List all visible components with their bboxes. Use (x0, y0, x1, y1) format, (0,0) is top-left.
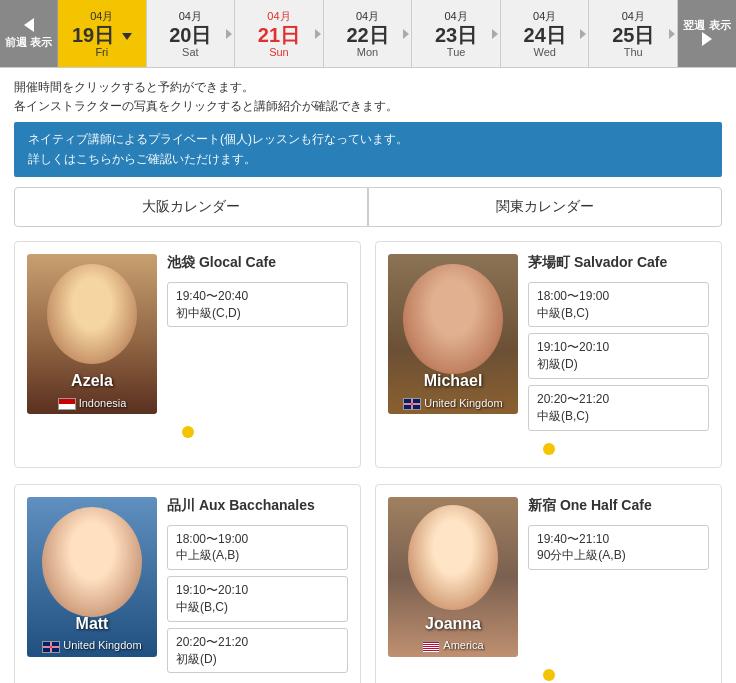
next-arrow-icon (702, 32, 712, 49)
nav-day-wed[interactable]: 04月24日Wed (501, 0, 590, 67)
day-nav-arrow-icon (315, 29, 321, 39)
info-banner: ネイティブ講師によるプライベート(個人)レッスンも行なっています。 詳しくはこち… (14, 122, 722, 176)
prev-week-button[interactable]: 前週 表示 (0, 0, 58, 67)
nav-day-sat[interactable]: 04月20日Sat (147, 0, 236, 67)
card-indicator-dot (543, 443, 555, 455)
day-month: 04月 (267, 9, 290, 24)
card-content: 品川 Aux Bacchanales18:00〜19:00中上級(A,B)19:… (167, 497, 348, 674)
card-top: MichaelUnited Kingdom茅場町 Salvador Cafe18… (388, 254, 709, 431)
day-month: 04月 (533, 9, 556, 24)
instructor-card: AzelaIndonesia池袋 Glocal Cafe19:40〜20:40初… (14, 241, 361, 468)
day-nav-arrow-icon (580, 29, 586, 39)
card-content: 池袋 Glocal Cafe19:40〜20:40初中級(C,D) (167, 254, 348, 414)
kanto-calendar-tab[interactable]: 関東カレンダー (368, 187, 722, 227)
instructor-card: MichaelUnited Kingdom茅場町 Salvador Cafe18… (375, 241, 722, 468)
flag-icon (42, 641, 60, 653)
day-dow: Fri (95, 46, 108, 58)
time-slot[interactable]: 18:00〜19:00中上級(A,B) (167, 525, 348, 571)
instructor-row-1: AzelaIndonesia池袋 Glocal Cafe19:40〜20:40初… (14, 241, 722, 468)
instructor-grid: AzelaIndonesia池袋 Glocal Cafe19:40〜20:40初… (0, 241, 736, 683)
instructor-card: JoannaAmerica新宿 One Half Cafe19:40〜21:10… (375, 484, 722, 683)
card-indicator-dot (182, 426, 194, 438)
flag-icon (422, 641, 440, 653)
time-slot[interactable]: 19:40〜21:1090分中上級(A,B) (528, 525, 709, 571)
nav-day-sun[interactable]: 04月21日Sun (235, 0, 324, 67)
card-indicator-dot (543, 669, 555, 681)
flag-icon (403, 398, 421, 410)
instructor-flag-overlay: United Kingdom (388, 397, 518, 410)
card-top: JoannaAmerica新宿 One Half Cafe19:40〜21:10… (388, 497, 709, 657)
instructor-name-overlay: Azela (27, 372, 157, 390)
prev-arrow-icon (24, 18, 34, 35)
time-slot[interactable]: 18:00〜19:00中級(B,C) (528, 282, 709, 328)
instructor-photo[interactable]: AzelaIndonesia (27, 254, 157, 414)
card-top: AzelaIndonesia池袋 Glocal Cafe19:40〜20:40初… (27, 254, 348, 414)
nav-day-mon[interactable]: 04月22日Mon (324, 0, 413, 67)
calendar-tabs: 大阪カレンダー 関東カレンダー (14, 187, 722, 227)
day-dow: Sat (182, 46, 199, 58)
instructor-flag-overlay: America (388, 639, 518, 652)
instructor-card: MattUnited Kingdom品川 Aux Bacchanales18:0… (14, 484, 361, 683)
prev-week-label: 前週 表示 (5, 35, 52, 49)
day-nav-arrow-icon (492, 29, 498, 39)
day-month: 04月 (356, 9, 379, 24)
day-month: 04月 (622, 9, 645, 24)
instructor-name-overlay: Joanna (388, 615, 518, 633)
osaka-calendar-tab[interactable]: 大阪カレンダー (14, 187, 368, 227)
day-month: 04月 (90, 9, 113, 24)
instructor-photo[interactable]: MichaelUnited Kingdom (388, 254, 518, 414)
day-nav-arrow-icon (403, 29, 409, 39)
flag-icon (58, 398, 76, 410)
info-line1: 開催時間をクリックすると予約ができます。 (14, 78, 722, 97)
day-date: 21日 (258, 24, 300, 46)
days-container: 04月19日 Fri04月20日Sat04月21日Sun04月22日Mon04月… (58, 0, 678, 67)
day-date: 22日 (346, 24, 388, 46)
time-slot[interactable]: 20:20〜21:20初級(D) (167, 628, 348, 674)
time-slot[interactable]: 19:40〜20:40初中級(C,D) (167, 282, 348, 328)
day-date: 23日 (435, 24, 477, 46)
day-date: 20日 (169, 24, 211, 46)
instructor-flag-overlay: Indonesia (27, 397, 157, 410)
time-slot[interactable]: 19:10〜20:10初級(D) (528, 333, 709, 379)
day-dow: Tue (447, 46, 466, 58)
location-title: 新宿 One Half Cafe (528, 497, 709, 515)
day-dow: Wed (533, 46, 555, 58)
day-month: 04月 (179, 9, 202, 24)
instructor-name-overlay: Michael (388, 372, 518, 390)
location-title: 池袋 Glocal Cafe (167, 254, 348, 272)
instructor-photo[interactable]: MattUnited Kingdom (27, 497, 157, 657)
nav-day-tue[interactable]: 04月23日Tue (412, 0, 501, 67)
location-title: 茅場町 Salvador Cafe (528, 254, 709, 272)
banner-line1: ネイティブ講師によるプライベート(個人)レッスンも行なっています。 (28, 130, 708, 149)
day-date: 25日 (612, 24, 654, 46)
next-week-label: 翌週 表示 (683, 18, 730, 32)
card-content: 新宿 One Half Cafe19:40〜21:1090分中上級(A,B) (528, 497, 709, 657)
day-dow: Mon (357, 46, 378, 58)
instructor-flag-overlay: United Kingdom (27, 639, 157, 652)
instructor-row-2: MattUnited Kingdom品川 Aux Bacchanales18:0… (14, 484, 722, 683)
instructor-name-overlay: Matt (27, 615, 157, 633)
time-slot[interactable]: 19:10〜20:10中級(B,C) (167, 576, 348, 622)
navigation-bar: 前週 表示 04月19日 Fri04月20日Sat04月21日Sun04月22日… (0, 0, 736, 68)
day-dow: Sun (269, 46, 289, 58)
time-slot[interactable]: 20:20〜21:20中級(B,C) (528, 385, 709, 431)
nav-day-thu[interactable]: 04月25日Thu (589, 0, 678, 67)
day-nav-arrow-icon (669, 29, 675, 39)
banner-line2: 詳しくはこちらからご確認いただけます。 (28, 150, 708, 169)
day-date: 24日 (524, 24, 566, 46)
info-section: 開催時間をクリックすると予約ができます。 各インストラクターの写真をクリックする… (0, 68, 736, 122)
day-month: 04月 (444, 9, 467, 24)
instructor-photo[interactable]: JoannaAmerica (388, 497, 518, 657)
card-content: 茅場町 Salvador Cafe18:00〜19:00中級(B,C)19:10… (528, 254, 709, 431)
day-dow: Thu (624, 46, 643, 58)
card-top: MattUnited Kingdom品川 Aux Bacchanales18:0… (27, 497, 348, 674)
info-line2: 各インストラクターの写真をクリックすると講師紹介が確認できます。 (14, 97, 722, 116)
nav-day-fri[interactable]: 04月19日 Fri (58, 0, 147, 67)
day-date: 19日 (72, 24, 132, 46)
next-week-button[interactable]: 翌週 表示 (678, 0, 736, 67)
day-nav-arrow-icon (226, 29, 232, 39)
location-title: 品川 Aux Bacchanales (167, 497, 348, 515)
